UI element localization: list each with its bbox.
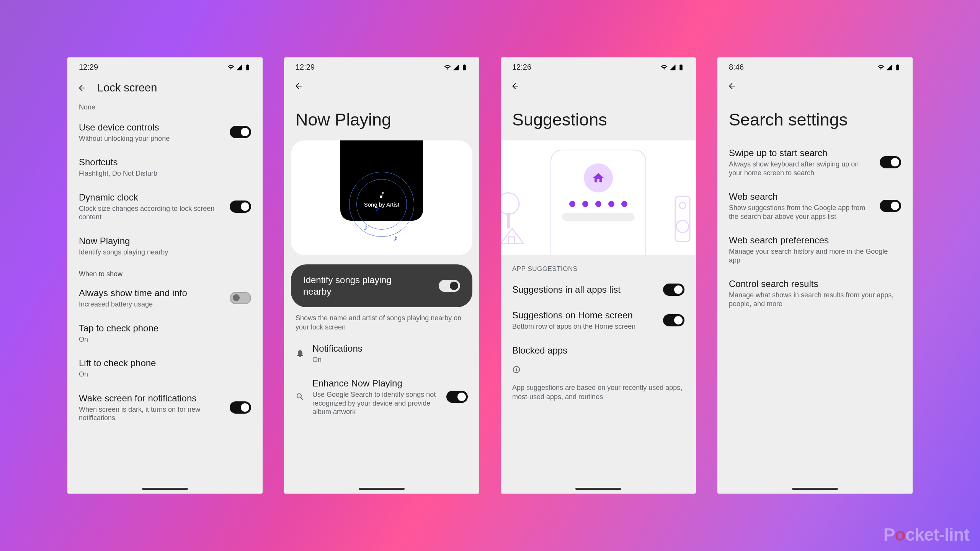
status-icons xyxy=(661,64,684,71)
now-playing-link[interactable]: Now PlayingIdentify songs playing nearby xyxy=(67,228,263,264)
blocked-apps[interactable]: Blocked apps xyxy=(501,338,696,363)
status-icons xyxy=(877,64,901,71)
tree-house-icon xyxy=(501,190,543,244)
dynamic-clock-toggle[interactable] xyxy=(230,201,251,213)
swipe-up-search[interactable]: Swipe up to start searchAlways show keyb… xyxy=(717,140,913,184)
battery-icon xyxy=(894,64,901,71)
watermark: Pocket-lint xyxy=(884,524,969,545)
signal-icon xyxy=(452,64,459,71)
use-device-controls[interactable]: Use device controlsWithout unlocking you… xyxy=(67,115,263,150)
battery-icon xyxy=(244,64,251,71)
music-note-icon: ♪ xyxy=(364,222,368,232)
wifi-icon xyxy=(877,64,884,71)
web-search[interactable]: Web searchShow suggestions from the Goog… xyxy=(717,184,913,228)
info-text: App suggestions are based on your recent… xyxy=(501,379,696,406)
status-time: 12:26 xyxy=(512,63,531,72)
back-arrow-icon[interactable] xyxy=(511,82,520,91)
web-search-preferences[interactable]: Web search preferencesManage your search… xyxy=(717,228,913,271)
info-icon-row xyxy=(501,363,696,379)
info-icon xyxy=(512,365,521,374)
phone-lock-screen: 12:29 Lock screen None Use device contro… xyxy=(67,57,263,494)
status-icons xyxy=(227,64,251,71)
page-title: Suggestions xyxy=(501,98,696,140)
page-title: Lock screen xyxy=(97,82,157,94)
svg-point-5 xyxy=(676,220,689,233)
always-show-time-toggle[interactable] xyxy=(230,292,251,304)
app-bar xyxy=(284,74,479,98)
app-dots xyxy=(559,201,638,207)
now-playing-illustration: Song by Artist ♪ ♪ ♪ xyxy=(291,140,472,255)
status-icons xyxy=(444,64,468,71)
enhance-now-playing-row[interactable]: Enhance Now PlayingUse Google Search to … xyxy=(284,371,479,423)
speaker-icon xyxy=(673,194,692,244)
nav-handle[interactable] xyxy=(575,488,621,490)
back-arrow-icon[interactable] xyxy=(294,82,303,91)
status-time: 8:46 xyxy=(729,63,744,72)
signal-icon xyxy=(886,64,893,71)
status-bar: 12:26 xyxy=(501,57,696,74)
back-arrow-icon[interactable] xyxy=(77,83,87,93)
status-time: 12:29 xyxy=(296,63,315,72)
phone-search-settings: 8:46 Search settings Swipe up to start s… xyxy=(717,57,913,494)
suggestions-illustration xyxy=(501,140,696,255)
app-bar: Lock screen xyxy=(67,74,263,102)
battery-icon xyxy=(461,64,468,71)
svg-rect-1 xyxy=(507,213,510,228)
enhance-toggle[interactable] xyxy=(446,391,468,403)
nav-handle[interactable] xyxy=(359,488,405,490)
status-bar: 8:46 xyxy=(717,57,913,74)
shortcuts[interactable]: ShortcutsFlashlight, Do Not Disturb xyxy=(67,150,263,185)
status-bar: 12:29 xyxy=(67,57,263,74)
wake-screen-toggle[interactable] xyxy=(230,401,251,414)
music-note-icon: ♪ xyxy=(394,233,398,243)
wake-screen-notifications[interactable]: Wake screen for notificationsWhen screen… xyxy=(67,386,263,429)
suggestions-home-screen[interactable]: Suggestions on Home screenBottom row of … xyxy=(501,303,696,338)
app-bar xyxy=(501,74,696,98)
section-when-to-show: When to show xyxy=(67,263,263,280)
phone-suggestions: 12:26 Suggestions APP SUGGESTIONS Sugges… xyxy=(501,57,696,494)
identify-songs-pill[interactable]: Identify songs playing nearby xyxy=(291,264,472,307)
lift-to-check[interactable]: Lift to check phoneOn xyxy=(67,350,263,386)
wifi-icon xyxy=(661,64,668,71)
wifi-icon xyxy=(444,64,451,71)
sound-rings xyxy=(349,172,414,237)
page-title: Search settings xyxy=(717,98,913,140)
identify-helper: Shows the name and artist of songs playi… xyxy=(284,313,479,336)
svg-point-4 xyxy=(679,202,686,209)
back-arrow-icon[interactable] xyxy=(727,82,737,91)
section-app-suggestions: APP SUGGESTIONS xyxy=(501,255,696,277)
suggestions-all-apps[interactable]: Suggestions in all apps list xyxy=(501,277,696,303)
web-search-toggle[interactable] xyxy=(880,200,901,212)
suggestions-home-toggle[interactable] xyxy=(663,314,684,326)
use-device-controls-toggle[interactable] xyxy=(230,126,251,138)
content: None Use device controlsWithout unlockin… xyxy=(67,102,263,494)
wifi-icon xyxy=(227,64,234,71)
battery-icon xyxy=(678,64,684,71)
identify-songs-toggle[interactable] xyxy=(439,280,460,292)
swipe-up-toggle[interactable] xyxy=(880,156,901,168)
sparkle-search-icon xyxy=(296,392,305,401)
nav-handle[interactable] xyxy=(792,488,838,490)
suggestions-all-apps-toggle[interactable] xyxy=(663,284,684,296)
prev-row-tail: None xyxy=(67,103,263,115)
dynamic-clock[interactable]: Dynamic clockClock size changes accordin… xyxy=(67,185,263,228)
status-time: 12:29 xyxy=(79,63,98,72)
signal-icon xyxy=(669,64,676,71)
svg-point-0 xyxy=(501,193,519,214)
search-bar-illustration xyxy=(562,213,635,221)
illustration-phone xyxy=(550,150,646,255)
tap-to-check[interactable]: Tap to check phoneOn xyxy=(67,316,263,351)
control-search-results[interactable]: Control search resultsManage what shows … xyxy=(717,271,913,315)
notifications-row[interactable]: NotificationsOn xyxy=(284,336,479,371)
status-bar: 12:29 xyxy=(284,57,479,74)
nav-handle[interactable] xyxy=(142,488,188,490)
svg-rect-2 xyxy=(508,237,514,244)
app-bar xyxy=(717,74,913,98)
music-note-icon: ♪ xyxy=(375,203,379,213)
svg-rect-3 xyxy=(675,196,690,241)
illustration-phone: Song by Artist xyxy=(340,140,423,221)
phone-now-playing: 12:29 Now Playing Song by Artist ♪ ♪ ♪ I… xyxy=(284,57,479,494)
bell-icon xyxy=(296,349,305,358)
home-badge-icon xyxy=(584,163,613,192)
always-show-time[interactable]: Always show time and infoIncreased batte… xyxy=(67,280,263,316)
